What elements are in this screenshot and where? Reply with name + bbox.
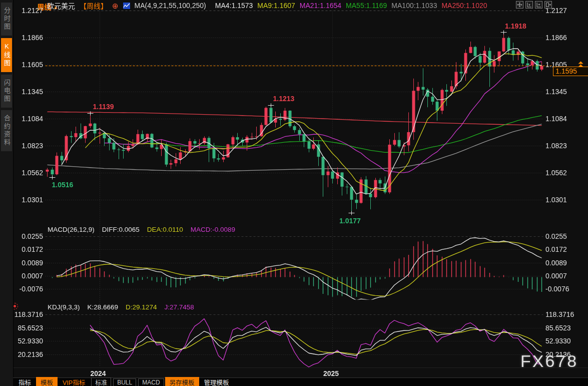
axis-label: 0.0172 <box>14 245 43 253</box>
indicator-value: MACD:-0.0089 <box>191 226 235 233</box>
tab-MACD[interactable]: MACD <box>138 378 164 386</box>
compare-add-icon[interactable]: ⊕ <box>112 3 119 9</box>
fit-horizontal-icon[interactable] <box>535 1 542 9</box>
collapse-right-icon[interactable] <box>544 1 552 9</box>
current-price-badge: 1.1595 <box>553 67 588 76</box>
indicator-value: DEA:0.0110 <box>147 226 183 233</box>
sidebar-item[interactable]: K线图 <box>1 38 12 72</box>
axis-label: 0.0172 <box>545 245 567 253</box>
axis-label: -0.0076 <box>14 285 43 293</box>
fit-vertical-icon[interactable] <box>525 1 533 9</box>
axis-label: 1.0301 <box>545 196 567 204</box>
chart-type-sidebar: 分时图K线图闪电图合约资料 <box>0 0 14 386</box>
macd-header: MACD(26,12,9) DIFF:0.0065DEA:0.0110MACD:… <box>48 226 243 233</box>
tab-指标[interactable]: 指标 <box>14 377 36 386</box>
macd-title: MACD(26,12,9) <box>48 226 95 233</box>
axis-label: 1.1084 <box>545 115 567 123</box>
tab-管理模板[interactable]: 管理模板 <box>200 377 234 386</box>
axis-label: 118.3716 <box>14 310 43 318</box>
ma-value: MA9:1.1607 <box>257 2 295 10</box>
axis-label: -0.0076 <box>545 285 569 293</box>
tab-另存模板[interactable]: 另存模板 <box>165 377 199 386</box>
axis-label: 20.2136 <box>14 350 43 358</box>
tab-标准[interactable]: 标准 <box>91 377 111 386</box>
axis-label: 1.0823 <box>14 142 43 150</box>
tab-VIP指标[interactable]: VIP指标 <box>58 377 90 386</box>
ma-value: MA21:1.1654 <box>300 2 341 10</box>
chart-style-icon[interactable] <box>123 3 130 9</box>
chart-header: 欧元美元 【周线】 ⊕ MA(4,9,21,55,100,250) MA4:1.… <box>13 0 588 11</box>
macd-values: DIFF:0.0065DEA:0.0110MACD:-0.0089 <box>102 226 243 233</box>
kdj-values: K:28.6669D:29.1274J:27.7458 <box>88 303 202 311</box>
axis-label: 1.1605 <box>14 61 43 69</box>
axis-label: 1.1345 <box>14 88 43 96</box>
ma-value: MA250:1.1020 <box>441 2 487 10</box>
ma-values: MA4:1.1573MA9:1.1607MA21:1.1654MA55:1.11… <box>211 2 487 10</box>
price-annotation: 1.1918 <box>505 22 526 30</box>
sidebar-item[interactable]: 合约资料 <box>1 110 12 151</box>
axis-label: 0.0089 <box>14 259 43 267</box>
price-annotation: 1.1139 <box>93 103 114 111</box>
sidebar-item[interactable]: 分时图 <box>1 3 12 36</box>
price-annotation: 1.1213 <box>273 95 295 103</box>
axis-label: 1.1866 <box>14 34 43 42</box>
year-label: 2025 <box>323 369 339 377</box>
axis-label: 0.0255 <box>545 232 567 240</box>
trading-app: 分时图K线图闪电图合约资料 欧元美元 【周线】 ⊕ MA(4,9,21,55,1… <box>0 0 588 386</box>
ma-value: MA55:1.1169 <box>346 2 387 10</box>
axis-label: 52.9330 <box>14 337 43 345</box>
chart-canvas[interactable] <box>0 0 588 386</box>
indicator-value: J:27.7458 <box>164 303 194 311</box>
tab-BULL[interactable]: BULL <box>113 378 136 386</box>
axis-label: 0.0089 <box>545 259 567 267</box>
pan-icon[interactable] <box>516 1 523 9</box>
axis-label: 1.0562 <box>545 169 567 177</box>
ma-value: MA100:1.1033 <box>391 2 437 10</box>
axis-label: 118.3716 <box>545 310 574 318</box>
axis-label: 1.0823 <box>545 142 567 150</box>
axis-label: 1.1345 <box>545 88 567 96</box>
indicator-tab-bar: 指标模板VIP指标标准BULLMACD另存模板管理模板 <box>13 377 588 386</box>
indicator-value: DIFF:0.0065 <box>102 226 140 233</box>
sidebar-item[interactable]: 闪电图 <box>1 75 12 108</box>
price-annotation: 1.0177 <box>339 217 361 225</box>
ma-settings-label: MA(4,9,21,55,100,250) <box>135 2 206 10</box>
kdj-title: KDJ(9,3,3) <box>48 303 80 311</box>
indicator-value: D:29.1274 <box>126 303 157 311</box>
axis-label: 0.0007 <box>545 272 567 280</box>
axis-label: 1.1866 <box>545 34 567 42</box>
axis-label: 0.0007 <box>14 272 43 280</box>
axis-label: 20.2136 <box>545 350 571 358</box>
timeframe-tag: 【周线】 <box>80 1 108 11</box>
price-annotation: 1.0516 <box>52 181 74 189</box>
axis-label: 85.6523 <box>545 324 571 332</box>
chart-toolbar <box>516 1 552 9</box>
axis-label: 85.6523 <box>14 324 43 332</box>
kdj-header: KDJ(9,3,3) K:28.6669D:29.1274J:27.7458 <box>48 303 202 311</box>
axis-label: 1.0301 <box>14 196 43 204</box>
tab-模板[interactable]: 模板 <box>36 377 58 386</box>
axis-label: 1.1084 <box>14 115 43 123</box>
time-axis-row: 20242025 <box>13 367 588 378</box>
axis-label: 52.9330 <box>545 337 571 345</box>
ma-value: MA4:1.1573 <box>215 2 253 10</box>
year-label: 2024 <box>91 369 106 377</box>
axis-label: 1.0562 <box>14 169 43 177</box>
indicator-value: K:28.6669 <box>88 303 119 311</box>
symbol-title: 欧元美元 <box>47 1 75 11</box>
axis-label: 0.0255 <box>14 232 43 240</box>
